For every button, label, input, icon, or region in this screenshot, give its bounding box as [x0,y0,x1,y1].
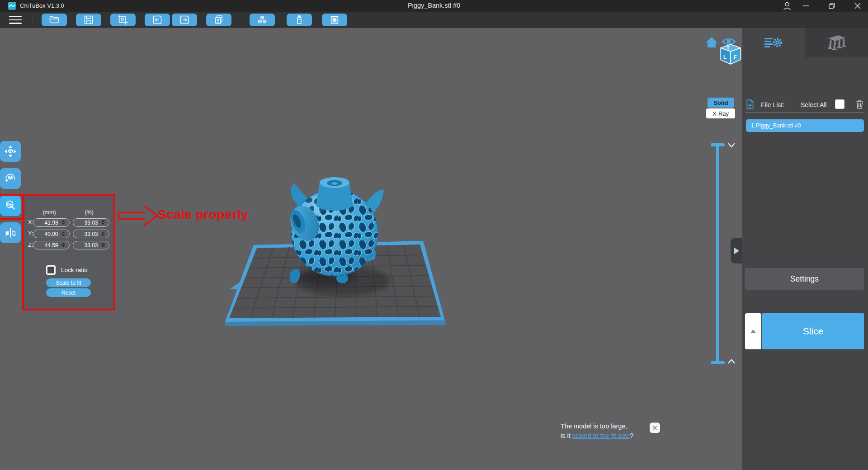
model-too-large-notification: The model is too large, is it scaled to … [561,422,669,441]
dig-hole-button[interactable] [322,14,347,26]
title-bar: ChiTuBox V1.3.0 Piggy_Bank.stl #0 [0,0,868,12]
clone-icon [213,14,224,25]
resin-tank-icon [294,14,305,25]
slider-handle-top[interactable] [711,143,725,146]
move-tool-button[interactable] [0,141,21,162]
slider-handle-bottom[interactable] [711,361,725,364]
undo-button[interactable] [145,14,170,26]
viewport-3d-scene[interactable] [199,154,479,334]
settings-button[interactable]: Settings [745,268,864,290]
expand-up-arrow-icon [750,329,756,333]
cube-front-label: F [734,54,737,60]
orientation-cube[interactable]: T L F [721,44,741,64]
home-view-icon[interactable] [706,37,717,47]
menu-button[interactable] [9,15,22,25]
select-all-checkbox[interactable] [835,99,844,109]
view-visibility-icon[interactable] [722,39,735,44]
file-list-icon [746,99,754,109]
solid-mode-button[interactable]: Solid [708,98,734,108]
slice-expand-button[interactable] [745,313,761,349]
redo-button[interactable] [172,14,197,26]
rotate-tool-button[interactable] [0,168,21,189]
collapse-arrow-icon [734,247,739,254]
close-button[interactable] [853,1,863,10]
tab-slice-settings[interactable] [742,28,805,57]
select-all-label: Select All [801,101,827,108]
slider-chevron-down-icon[interactable] [727,141,736,149]
minimize-button[interactable] [801,1,811,10]
annotation-text: Scale properly [158,207,248,222]
annotation-box-scale-tool [0,194,24,220]
clip-slider[interactable] [716,145,719,363]
user-account-icon[interactable] [782,1,792,10]
undo-icon [152,14,163,25]
cube-left-label: L [723,54,726,60]
rotate-tool-icon [5,173,16,184]
mirror-tool-icon [5,227,16,239]
clone-button[interactable] [206,14,231,26]
toolbar-separator [33,13,33,27]
save-button[interactable] [76,14,101,26]
scale-to-fit-link[interactable]: scaled to the fit size [572,432,630,439]
xray-mode-button[interactable]: X-Ray [706,108,735,118]
mirror-tool-button[interactable] [0,222,21,243]
move-tool-icon [5,146,16,157]
delete-files-icon[interactable] [855,99,864,109]
save-icon [83,14,94,25]
right-panel: File List: Select All 1.Piggy_Bank.stl #… [742,28,868,470]
notification-line2-prefix: is it [561,432,572,439]
hollow-icon [257,14,268,25]
snapshot-button[interactable] [110,14,136,26]
view-cube[interactable]: T L F [702,34,745,70]
supports-tab-icon [826,34,847,52]
annotation-arrow-icon [116,202,159,229]
slice-controls: Slice [745,313,864,349]
hollow-button[interactable] [250,14,275,26]
file-list-label: File List: [761,101,784,108]
panel-collapse-tab[interactable] [731,238,742,263]
main-toolbar [0,12,868,28]
dig-hole-icon [329,14,340,25]
file-list-divider [745,113,864,113]
open-file-button[interactable] [42,14,67,26]
file-list-item[interactable]: 1.Piggy_Bank.stl #0 [746,119,864,132]
slice-settings-tab-icon [764,35,783,51]
annotation-box-scale-panel [22,194,115,310]
restore-button[interactable] [827,1,837,10]
file-item-name: 1.Piggy_Bank.stl #0 [751,122,801,129]
redo-icon [179,14,190,25]
snapshot-icon [118,14,128,25]
slider-chevron-up-icon[interactable] [727,358,736,365]
chitubox-window: ChiTuBox V1.3.0 Piggy_Bank.stl #0 [0,0,868,470]
tab-supports[interactable] [805,28,868,57]
resin-tank-button[interactable] [287,14,312,26]
cube-top-label: T [726,45,730,51]
notification-suffix: ? [630,432,633,439]
open-file-icon [49,14,60,25]
window-title: Piggy_Bank.stl #0 [0,2,868,9]
slice-button[interactable]: Slice [762,313,864,349]
notification-close-button[interactable]: ✕ [650,423,660,433]
file-list-header: File List: Select All [746,99,864,111]
